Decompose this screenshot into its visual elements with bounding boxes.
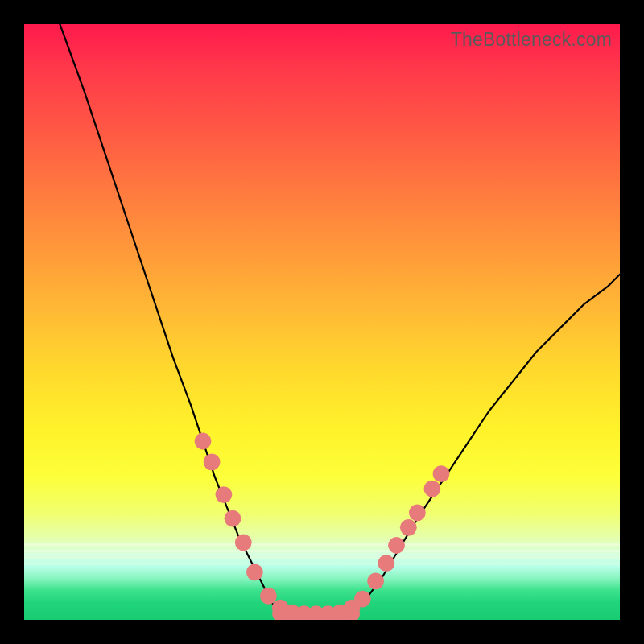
highlight-dot xyxy=(354,591,371,608)
highlight-dot xyxy=(378,555,395,572)
highlight-dot xyxy=(235,534,252,551)
highlight-dot xyxy=(246,564,263,580)
chart-frame: TheBottleneck.com xyxy=(0,0,644,644)
highlight-dot xyxy=(216,486,233,503)
curve-layer xyxy=(24,24,620,620)
highlight-dot xyxy=(424,481,441,497)
plot-area: TheBottleneck.com xyxy=(24,24,620,620)
highlight-dot xyxy=(400,519,417,536)
highlight-dot xyxy=(225,510,242,527)
bottleneck-curve xyxy=(60,24,620,618)
highlight-dot xyxy=(204,454,221,471)
highlight-dot xyxy=(260,588,277,605)
highlight-dot xyxy=(433,465,450,482)
highlight-dot xyxy=(409,504,426,521)
highlight-dot xyxy=(195,433,212,450)
highlight-dot xyxy=(388,537,405,554)
highlight-dot xyxy=(367,573,384,590)
